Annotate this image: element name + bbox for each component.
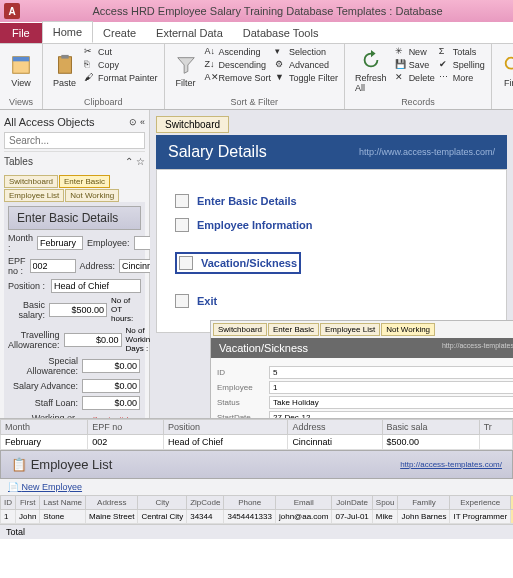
special-input[interactable] <box>82 359 140 373</box>
find-button[interactable]: Find <box>498 46 513 95</box>
switchboard-doc-tab[interactable]: Switchboard <box>156 116 229 133</box>
month-input[interactable] <box>37 236 83 250</box>
cell[interactable]: john@aa.com <box>275 510 331 524</box>
paste-button[interactable]: Paste <box>49 46 80 95</box>
vemployee-input[interactable] <box>269 381 513 394</box>
cell[interactable]: IT Programmer <box>450 510 511 524</box>
ascending-button[interactable]: A↓Ascending <box>205 46 272 58</box>
vtab-not-working[interactable]: Not Working <box>381 323 435 336</box>
toggle-filter-icon: ▼ <box>275 72 287 84</box>
cell[interactable]: John Barnes <box>398 510 450 524</box>
selection-button[interactable]: ▾Selection <box>275 46 338 58</box>
col-zip[interactable]: ZipCode <box>187 496 224 510</box>
chevron-down-icon[interactable]: ⊙ « <box>129 117 145 127</box>
col-id[interactable]: ID <box>1 496 16 510</box>
loan-input[interactable] <box>82 396 140 410</box>
travel-input[interactable] <box>64 333 122 347</box>
grid-header-row: Month EPF no Position Address Basic sala… <box>1 420 513 435</box>
col-tr[interactable]: Tr <box>479 420 512 435</box>
cell[interactable]: Head of Chief <box>164 435 288 450</box>
col-address[interactable]: Address <box>288 420 382 435</box>
col-epf[interactable]: EPF no <box>88 420 164 435</box>
tab-enter-basic[interactable]: Enter Basic <box>59 175 110 188</box>
cell[interactable]: $500.00 <box>382 435 479 450</box>
search-input[interactable] <box>4 132 145 149</box>
tab-employee-list[interactable]: Employee List <box>4 189 64 202</box>
vtab-enter-basic[interactable]: Enter Basic <box>268 323 319 336</box>
switch-exit[interactable]: Exit <box>175 294 488 308</box>
col-city[interactable]: City <box>138 496 187 510</box>
header-link[interactable]: http://www.access-templates.com/ <box>359 147 495 157</box>
cut-button[interactable]: ✂Cut <box>84 46 158 58</box>
emp-data-row[interactable]: 1 John Stone Maine Street Central City 3… <box>1 510 514 524</box>
cell[interactable]: 1 <box>1 510 16 524</box>
remove-sort-button[interactable]: A✕Remove Sort <box>205 72 272 84</box>
toggle-filter-button[interactable]: ▼Toggle Filter <box>275 72 338 84</box>
col-email[interactable]: Email <box>275 496 331 510</box>
cell[interactable]: 3454441333 <box>224 510 276 524</box>
vstatus-input[interactable] <box>269 396 513 409</box>
vtab-employee-list[interactable]: Employee List <box>320 323 380 336</box>
more-button[interactable]: ⋯More <box>439 72 485 84</box>
refresh-button[interactable]: Refresh All <box>351 46 391 95</box>
external-data-tab[interactable]: External Data <box>146 23 233 43</box>
worksheet-tabs: Switchboard Enter Basic Employee List No… <box>4 175 145 202</box>
new-employee-link[interactable]: 📄 New Employee <box>0 479 513 495</box>
cell[interactable]: 34344 <box>187 510 224 524</box>
employee-list-link[interactable]: http://access-templates.com/ <box>400 460 502 469</box>
col-first[interactable]: First <box>16 496 40 510</box>
col-family[interactable]: Family <box>398 496 450 510</box>
switch-employee-info[interactable]: Employee Information <box>175 218 488 232</box>
create-tab[interactable]: Create <box>93 23 146 43</box>
format-painter-button[interactable]: 🖌Format Painter <box>84 72 158 84</box>
col-basic[interactable]: Basic sala <box>382 420 479 435</box>
collapse-icon[interactable]: ⌃ ☆ <box>125 156 145 167</box>
vid-input[interactable] <box>269 366 513 379</box>
switch-enter-basic[interactable]: Enter Basic Details <box>175 194 488 208</box>
tab-switchboard[interactable]: Switchboard <box>4 175 58 188</box>
switch-vacation[interactable]: Vacation/Sickness <box>175 252 301 274</box>
advanced-button[interactable]: ⚙Advanced <box>275 59 338 71</box>
col-experience[interactable]: Experience <box>450 496 511 510</box>
view-button[interactable]: View <box>6 46 36 95</box>
epf-input[interactable] <box>30 259 76 273</box>
descending-button[interactable]: Z↓Descending <box>205 59 272 71</box>
col-position[interactable]: Position <box>164 420 288 435</box>
col-joindate[interactable]: JoinDate <box>332 496 372 510</box>
delete-button[interactable]: ✕Delete <box>395 72 435 84</box>
position-input[interactable] <box>51 279 141 293</box>
spelling-button[interactable]: ✔Spelling <box>439 59 485 71</box>
database-tools-tab[interactable]: Database Tools <box>233 23 329 43</box>
col-month[interactable]: Month <box>1 420 88 435</box>
cell[interactable]: Cincinnati <box>288 435 382 450</box>
basic-salary-input[interactable] <box>49 303 107 317</box>
new-button[interactable]: ✳New <box>395 46 435 58</box>
col-spou[interactable]: Spou <box>372 496 398 510</box>
totals-button[interactable]: ΣTotals <box>439 46 485 58</box>
home-tab[interactable]: Home <box>42 21 93 43</box>
col-address[interactable]: Address <box>86 496 138 510</box>
cell[interactable]: Mike <box>372 510 398 524</box>
advance-input[interactable] <box>82 379 140 393</box>
cell[interactable]: Central City <box>138 510 187 524</box>
tables-header[interactable]: Tables ⌃ ☆ <box>4 151 145 171</box>
cell[interactable] <box>479 435 512 450</box>
file-tab[interactable]: File <box>0 23 42 43</box>
vtab-switchboard[interactable]: Switchboard <box>213 323 267 336</box>
cell[interactable]: Stone <box>40 510 86 524</box>
nav-header[interactable]: All Access Objects ⊙ « <box>4 114 145 130</box>
cell[interactable]: John <box>16 510 40 524</box>
vacation-link[interactable]: http://access-templates.com/ <box>442 342 513 354</box>
epf-label: EPF no : <box>8 256 26 276</box>
copy-button[interactable]: ⎘Copy <box>84 59 158 71</box>
col-phone[interactable]: Phone <box>224 496 276 510</box>
tab-not-working[interactable]: Not Working <box>65 189 119 202</box>
filter-button[interactable]: Filter <box>171 46 201 95</box>
grid-data-row[interactable]: February 002 Head of Chief Cincinnati $5… <box>1 435 513 450</box>
cell[interactable]: 002 <box>88 435 164 450</box>
cell[interactable]: February <box>1 435 88 450</box>
cell[interactable]: 07-Jul-01 <box>332 510 372 524</box>
save-button[interactable]: 💾Save <box>395 59 435 71</box>
cell[interactable]: Maine Street <box>86 510 138 524</box>
col-lastname[interactable]: Last Name <box>40 496 86 510</box>
